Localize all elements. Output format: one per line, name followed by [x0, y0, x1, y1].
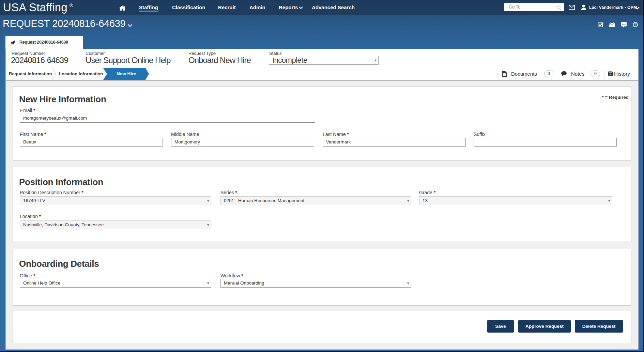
svg-text:?: ?	[634, 22, 637, 27]
